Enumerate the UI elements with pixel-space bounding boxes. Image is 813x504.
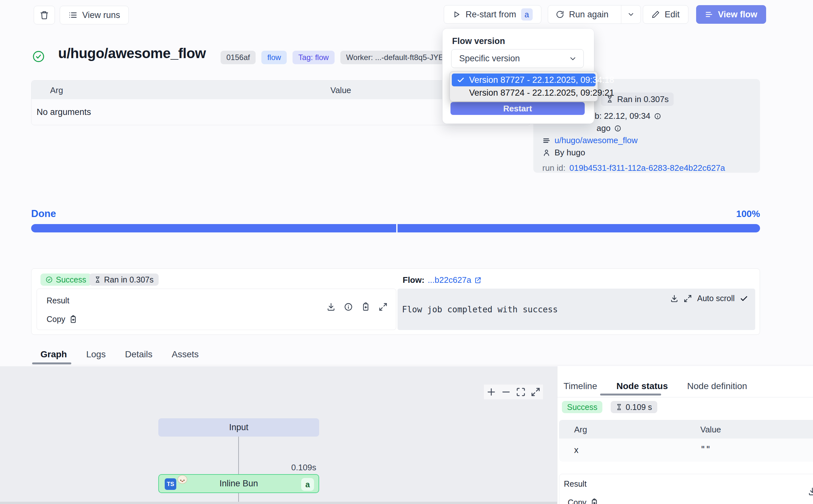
flow-link-line: Flow: ...b22c627a [403, 275, 482, 285]
check-icon[interactable] [740, 294, 748, 303]
tab-node-status[interactable]: Node status [616, 381, 668, 391]
run-again-label: Run again [569, 10, 608, 20]
expand-icon[interactable] [684, 294, 692, 303]
restart-from-button[interactable]: Re-start from a [444, 5, 541, 24]
version-select-value: Specific version [459, 54, 520, 64]
graph-node-inline-bun[interactable]: TS Inline Bun a [158, 474, 319, 493]
job-status-card: Success Ran in 0.307s Flow: ...b22c627a … [31, 268, 760, 335]
view-runs-button[interactable]: View runs [60, 6, 129, 24]
zoom-out-icon[interactable] [501, 387, 511, 397]
node-status-badges: Success 0.109 s [562, 401, 657, 413]
flow-graph-canvas[interactable]: Input 0.109s TS Inline Bun a [0, 366, 557, 504]
worker-badge: Worker: ...-default-ft8q5-JYEd9 [340, 51, 458, 64]
clipboard-icon [590, 499, 599, 504]
tab-logs[interactable]: Logs [86, 349, 106, 360]
view-flow-button[interactable]: View flow [696, 5, 766, 24]
chevron-down-icon [569, 55, 577, 63]
run-id-label: run id: [542, 163, 565, 173]
started-text: b: 22.12, 09:34 [595, 111, 650, 121]
restart-button[interactable]: Restart [450, 102, 585, 115]
duration-text: Ran in 0.307s [104, 275, 153, 284]
graph-bottom-strip [0, 502, 557, 504]
tab-details[interactable]: Details [125, 349, 153, 360]
result-panel: Result Copy [37, 289, 396, 330]
graph-node-input[interactable]: Input [158, 418, 319, 437]
success-text: Success [56, 275, 86, 284]
active-tab-underline [32, 362, 71, 364]
ago-text: ago [597, 123, 610, 133]
tabs-divider [31, 365, 813, 365]
info-icon[interactable] [344, 302, 353, 311]
version-option-selected[interactable]: Version 87727 - 22.12.2025, 09:34:18 [452, 74, 596, 86]
typescript-icon: TS [165, 478, 176, 490]
tag-badge: Tag: flow [293, 51, 335, 64]
restart-from-node-badge: a [521, 8, 533, 21]
ts-icon-text: TS [167, 481, 174, 488]
ran-in-text: Ran in 0.307s [617, 94, 669, 104]
arg-column-header: Arg [50, 85, 63, 95]
version-option-label: Version 87727 - 22.12.2025, 09:34:18 [469, 75, 614, 85]
tab-timeline[interactable]: Timeline [564, 381, 597, 391]
download-icon[interactable] [327, 302, 336, 311]
node-success-text: Success [567, 403, 597, 412]
chevron-down-icon [627, 11, 635, 18]
zoom-in-icon[interactable] [486, 387, 496, 397]
fit-view-icon[interactable] [516, 387, 526, 397]
expand-icon[interactable] [379, 302, 388, 311]
copy-label: Copy [47, 315, 65, 324]
by-text: By hugo [555, 148, 585, 158]
run-id-line: run id: 019b4531-f311-112a-6283-82e4b22c… [542, 163, 725, 173]
version-option-label: Version 87724 - 22.12.2025, 09:29:21 [469, 88, 614, 98]
run-id-link[interactable]: 019b4531-f311-112a-6283-82e4b22c627a [569, 163, 725, 173]
refresh-icon [556, 10, 564, 19]
tab-assets[interactable]: Assets [172, 349, 199, 360]
active-tab-underline [600, 394, 661, 395]
version-option[interactable]: Version 87724 - 22.12.2025, 09:29:21 [452, 86, 596, 99]
user-icon [542, 149, 551, 157]
by-line: By hugo [542, 148, 585, 158]
arg-value: "" [700, 444, 711, 454]
version-select[interactable]: Specific version [451, 49, 584, 68]
progress-bar [31, 224, 760, 232]
edit-button[interactable]: Edit [643, 5, 688, 24]
started-line: b: 22.12, 09:34 [595, 111, 661, 121]
bun-icon [178, 475, 187, 484]
clipboard-icon [69, 315, 77, 324]
node-duration-label: 0.109s [276, 463, 316, 473]
tab-graph[interactable]: Graph [40, 349, 67, 360]
node-success-badge: Success [562, 401, 602, 413]
flow-version-label: Flow version [452, 36, 505, 46]
result-actions [327, 302, 388, 311]
copy-result-button[interactable]: Copy [568, 498, 599, 504]
flow-path-link[interactable]: u/hugo/awesome_flow [555, 135, 638, 145]
run-again-button[interactable]: Run again [548, 5, 616, 23]
node-arg-row: x "" [559, 439, 813, 462]
clipboard-icon[interactable] [361, 302, 370, 311]
pencil-icon [651, 10, 660, 19]
delete-run-button[interactable] [34, 6, 55, 24]
flow-id-link[interactable]: ...b22c627a [428, 275, 482, 285]
hourglass-icon [616, 404, 622, 410]
check-circle-icon [46, 276, 53, 283]
ago-line: ago [597, 123, 621, 133]
progress-percent: 100% [736, 209, 760, 219]
node-duration-text: 0.109 s [625, 403, 652, 412]
play-icon [452, 10, 461, 19]
log-text: Flow job completed with success [402, 305, 558, 314]
flow-path-line: u/hugo/awesome_flow [542, 135, 638, 145]
tab-node-definition[interactable]: Node definition [687, 381, 747, 391]
copy-result-button[interactable]: Copy [47, 315, 77, 324]
run-again-dropdown-button[interactable] [621, 5, 641, 23]
info-icon[interactable] [614, 125, 621, 132]
download-icon[interactable] [808, 487, 813, 496]
node-args-header: Arg Value [559, 420, 813, 439]
info-icon[interactable] [654, 113, 661, 120]
arg-column-header: Arg [574, 425, 587, 435]
no-arguments-text: No arguments [37, 107, 91, 117]
auto-scroll-label[interactable]: Auto scroll [697, 294, 735, 303]
log-box: Auto scroll Flow job completed with succ… [398, 289, 755, 330]
fullscreen-icon[interactable] [531, 387, 540, 397]
node-duration-badge: 0.109 s [611, 401, 657, 413]
download-icon[interactable] [670, 294, 678, 303]
view-flow-label: View flow [718, 10, 757, 20]
